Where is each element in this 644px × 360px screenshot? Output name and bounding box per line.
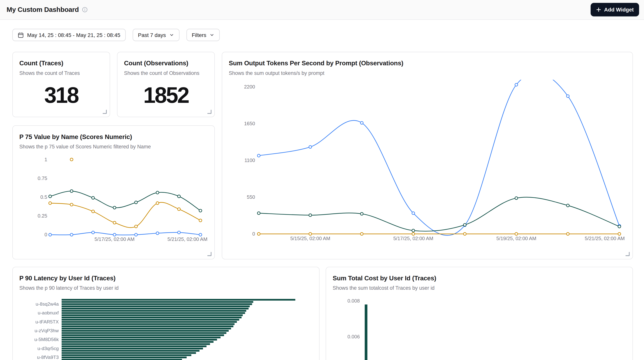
- svg-text:u-tFAR5TX: u-tFAR5TX: [36, 319, 59, 324]
- plus-icon: [596, 7, 601, 12]
- calendar-icon: [18, 32, 24, 38]
- info-icon[interactable]: [82, 7, 88, 12]
- svg-text:550: 550: [247, 194, 255, 200]
- svg-text:u-aobnuxf: u-aobnuxf: [38, 310, 59, 315]
- dashboard-header: My Custom Dashboard Add Widget: [0, 0, 644, 20]
- sum-output-tokens-chart[interactable]: 05501100165022005/15/25, 02:00 AM5/17/25…: [229, 80, 627, 244]
- svg-text:1650: 1650: [244, 121, 255, 126]
- dashboard-page: My Custom Dashboard Add Widget: [0, 0, 644, 360]
- widget-count-observations[interactable]: Count (Observations) Shows the count of …: [117, 52, 215, 117]
- widget-title: P 75 Value by Name (Scores Numeric): [19, 133, 208, 141]
- widget-title: Count (Observations): [124, 60, 208, 67]
- p75-value-chart[interactable]: 00.250.50.7515/17/25, 02:00 AM5/21/25, 0…: [19, 151, 210, 244]
- svg-text:0.25: 0.25: [38, 213, 47, 218]
- range-preset-value: Past 7 days: [138, 32, 166, 38]
- widget-subtitle: Shows the sum totalcost of Traces by use…: [333, 285, 626, 291]
- widget-subtitle: Shows the sum output tokens/s by prompt: [229, 70, 626, 76]
- svg-text:5/21/25, 02:00 AM: 5/21/25, 02:00 AM: [168, 236, 208, 242]
- svg-text:u-8fVa9T3: u-8fVa9T3: [37, 355, 59, 360]
- widget-subtitle: Shows the p 90 latency of Traces by user…: [19, 285, 313, 291]
- add-widget-label: Add Widget: [604, 7, 634, 13]
- svg-text:5/17/25, 02:00 AM: 5/17/25, 02:00 AM: [393, 236, 433, 241]
- widget-subtitle: Shows the p 75 value of Scores Numeric f…: [19, 143, 208, 150]
- widget-grid-top: Count (Traces) Shows the count of Traces…: [12, 52, 633, 259]
- svg-text:0.5: 0.5: [40, 194, 47, 200]
- date-range-value: May 14, 25 : 08:45 - May 21, 25 : 08:45: [27, 32, 120, 38]
- resize-handle[interactable]: [626, 252, 630, 256]
- sum-total-cost-chart[interactable]: 0.0080.006: [333, 296, 628, 360]
- widget-title: Sum Output Tokens Per Second by Prompt (…: [229, 60, 626, 67]
- resize-handle[interactable]: [208, 252, 212, 256]
- svg-text:u-5M8D56k: u-5M8D56k: [34, 337, 59, 342]
- filters-button[interactable]: Filters: [186, 29, 220, 41]
- svg-text:u-zVqP3hw: u-zVqP3hw: [35, 328, 59, 333]
- svg-text:5/19/25, 02:00 AM: 5/19/25, 02:00 AM: [496, 236, 536, 241]
- svg-text:0: 0: [44, 232, 47, 237]
- svg-text:0.75: 0.75: [38, 176, 47, 181]
- widget-p75-value[interactable]: P 75 Value by Name (Scores Numeric) Show…: [12, 125, 215, 259]
- widget-title: P 90 Latency by User Id (Traces): [19, 275, 313, 282]
- add-widget-button[interactable]: Add Widget: [590, 3, 639, 17]
- widget-sum-total-cost[interactable]: Sum Total Cost by User Id (Traces) Shows…: [326, 267, 633, 360]
- svg-text:0: 0: [252, 231, 255, 236]
- svg-text:u-d3qr5cg: u-d3qr5cg: [38, 346, 59, 351]
- svg-text:2200: 2200: [244, 84, 255, 89]
- chevron-down-icon: [210, 33, 214, 38]
- resize-handle[interactable]: [103, 110, 107, 114]
- widget-p90-latency[interactable]: P 90 Latency by User Id (Traces) Shows t…: [12, 267, 320, 360]
- widget-subtitle: Shows the count of Traces: [19, 70, 103, 76]
- date-range-picker[interactable]: May 14, 25 : 08:45 - May 21, 25 : 08:45: [12, 29, 126, 41]
- svg-text:0.006: 0.006: [348, 334, 360, 339]
- resize-handle[interactable]: [208, 110, 212, 114]
- widget-count-traces[interactable]: Count (Traces) Shows the count of Traces…: [12, 52, 110, 117]
- range-preset-select[interactable]: Past 7 days: [132, 29, 180, 41]
- svg-text:1: 1: [44, 157, 47, 162]
- svg-text:0.008: 0.008: [348, 298, 360, 303]
- count-traces-value: 318: [19, 84, 103, 106]
- widget-subtitle: Shows the count of Observations: [124, 70, 208, 76]
- svg-text:5/15/25, 02:00 AM: 5/15/25, 02:00 AM: [290, 236, 330, 241]
- svg-text:u-8sq2w4a: u-8sq2w4a: [36, 301, 59, 306]
- count-observations-value: 1852: [124, 84, 208, 106]
- filters-label: Filters: [192, 32, 206, 38]
- widget-sum-output-tokens[interactable]: Sum Output Tokens Per Second by Prompt (…: [222, 52, 633, 259]
- widget-grid-bottom: P 90 Latency by User Id (Traces) Shows t…: [12, 267, 633, 360]
- svg-text:5/17/25, 02:00 AM: 5/17/25, 02:00 AM: [94, 236, 134, 242]
- page-title: My Custom Dashboard: [6, 6, 79, 14]
- chevron-down-icon: [169, 33, 174, 38]
- svg-text:1100: 1100: [244, 158, 255, 163]
- widget-title: Sum Total Cost by User Id (Traces): [333, 275, 626, 282]
- p90-latency-chart[interactable]: u-8sq2w4au-aobnuxfu-tFAR5TXu-zVqP3hwu-5M…: [19, 296, 314, 360]
- toolbar: May 14, 25 : 08:45 - May 21, 25 : 08:45 …: [12, 29, 632, 41]
- widget-title: Count (Traces): [19, 60, 103, 67]
- svg-text:5/21/25, 02:00 AM: 5/21/25, 02:00 AM: [585, 236, 625, 241]
